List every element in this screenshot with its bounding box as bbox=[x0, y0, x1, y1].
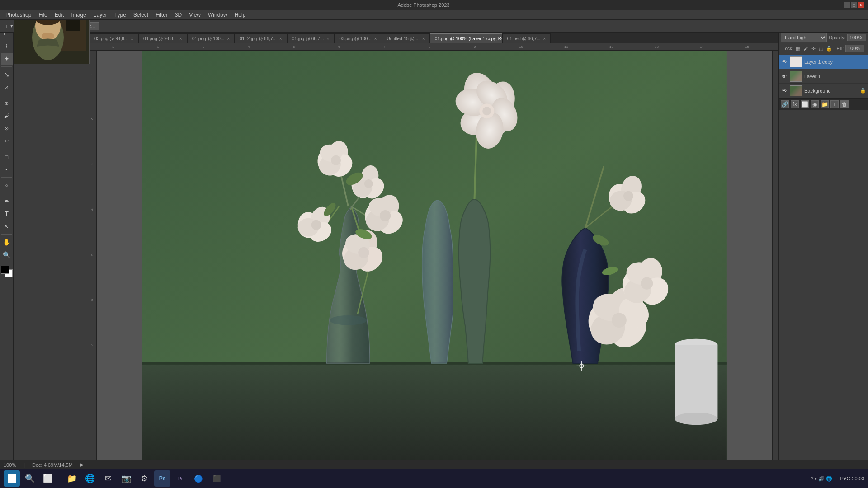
lock-position-icon[interactable]: ✛ bbox=[811, 45, 816, 52]
minimize-button[interactable]: − bbox=[844, 2, 850, 8]
color-swatches bbox=[1, 266, 13, 277]
menu-help[interactable]: Help bbox=[231, 11, 250, 19]
taskbar-browser[interactable]: 🌐 bbox=[82, 470, 98, 487]
tab-03png[interactable]: 03.png @ 94,8... × bbox=[90, 33, 138, 43]
lock-image-icon[interactable]: 🖌 bbox=[803, 45, 809, 52]
layer-visibility-background[interactable]: 👁 bbox=[781, 87, 788, 94]
svg-rect-27 bbox=[142, 363, 727, 462]
options-select-label: □ bbox=[4, 23, 7, 29]
svg-text:12: 12 bbox=[609, 45, 613, 49]
taskbar-settings[interactable]: ⚙ bbox=[136, 470, 152, 487]
layer-mask-button[interactable]: ⬜ bbox=[801, 100, 809, 108]
menu-edit[interactable]: Edit bbox=[51, 11, 68, 19]
layer-item-background[interactable]: 👁 Background 🔒 bbox=[779, 84, 868, 98]
svg-rect-114 bbox=[12, 474, 16, 479]
tool-gradient[interactable]: ▪ bbox=[1, 164, 13, 175]
svg-text:3: 3 bbox=[90, 163, 94, 165]
status-arrow[interactable]: ▶ bbox=[80, 462, 84, 468]
tab-untitled[interactable]: Untitled-15 @ ... × bbox=[382, 33, 430, 43]
tray-language[interactable]: РУС bbox=[840, 476, 850, 481]
layer-delete-button[interactable]: 🗑 bbox=[840, 100, 849, 108]
tool-brush[interactable]: 🖌 bbox=[1, 110, 13, 122]
taskbar-mail[interactable]: ✉ bbox=[100, 470, 116, 487]
tab-close-untitled[interactable]: × bbox=[422, 36, 425, 41]
menu-file[interactable]: File bbox=[35, 11, 51, 19]
tab-close-03png100[interactable]: × bbox=[374, 36, 377, 41]
layer-link-button[interactable]: 🔗 bbox=[781, 100, 789, 108]
taskbar-ps[interactable]: Ps bbox=[154, 470, 170, 487]
tool-path-select[interactable]: ↖ bbox=[1, 221, 13, 232]
menu-window[interactable]: Window bbox=[204, 11, 231, 19]
tool-history-brush[interactable]: ↩ bbox=[1, 135, 13, 147]
tool-pen[interactable]: ✒ bbox=[1, 195, 13, 207]
tab-close-01png100[interactable]: × bbox=[227, 36, 230, 41]
tab-close-03png[interactable]: × bbox=[131, 36, 133, 41]
layer-item-layer1copy[interactable]: 👁 Layer 1 copy bbox=[779, 55, 868, 69]
svg-text:7: 7 bbox=[383, 45, 386, 49]
taskbar-chrome[interactable]: 🔵 bbox=[190, 470, 207, 487]
tool-healing[interactable]: ⊕ bbox=[1, 97, 13, 109]
tool-sep-4 bbox=[1, 149, 12, 149]
taskbar-explorer[interactable]: 📁 bbox=[64, 470, 80, 487]
tool-hand[interactable]: ✋ bbox=[1, 236, 13, 248]
ruler-left: 1 2 3 4 5 6 7 bbox=[90, 51, 97, 469]
tool-magic-wand[interactable]: ✦ bbox=[1, 53, 13, 65]
blend-mode-select[interactable]: Hard Light Normal Multiply Screen Overla… bbox=[781, 33, 827, 42]
tool-text[interactable]: T bbox=[1, 208, 13, 220]
layer-visibility-layer1[interactable]: 👁 bbox=[781, 73, 788, 80]
taskbar-taskview[interactable]: ⬜ bbox=[40, 470, 56, 487]
taskbar-time: 20:03 bbox=[852, 476, 864, 481]
taskbar-search[interactable]: 🔍 bbox=[22, 470, 38, 487]
svg-text:11: 11 bbox=[564, 45, 568, 49]
layer-fx-button[interactable]: fx bbox=[791, 100, 799, 108]
tool-clone[interactable]: ⊙ bbox=[1, 122, 13, 134]
lock-artboard-icon[interactable]: ⬚ bbox=[818, 45, 824, 52]
layer-new-button[interactable]: + bbox=[830, 100, 839, 108]
menu-3d[interactable]: 3D bbox=[171, 11, 185, 19]
menu-view[interactable]: View bbox=[185, 11, 204, 19]
svg-text:2: 2 bbox=[157, 45, 160, 49]
menu-select[interactable]: Select bbox=[130, 11, 152, 19]
close-button[interactable]: × bbox=[858, 2, 864, 8]
layer-fill-button[interactable]: ◉ bbox=[811, 100, 819, 108]
tab-close-01psd[interactable]: × bbox=[543, 36, 546, 41]
tab-close-012jpg[interactable]: × bbox=[279, 36, 282, 41]
layer-group-button[interactable]: 📁 bbox=[821, 100, 829, 108]
tool-zoom[interactable]: 🔍 bbox=[1, 249, 13, 261]
tab-close-04png[interactable]: × bbox=[179, 36, 182, 41]
menu-type[interactable]: Type bbox=[111, 11, 130, 19]
tool-lasso[interactable]: ⌇ bbox=[1, 40, 13, 52]
tab-close-01jpg[interactable]: × bbox=[327, 36, 330, 41]
menu-filter[interactable]: Filter bbox=[152, 11, 171, 19]
taskbar-premiere[interactable]: Pr bbox=[172, 470, 189, 487]
tab-01png-100[interactable]: 01.png @ 100... × bbox=[187, 33, 235, 43]
layer-item-layer1[interactable]: 👁 Layer 1 bbox=[779, 69, 868, 84]
svg-text:4: 4 bbox=[90, 208, 94, 211]
opacity-input[interactable] bbox=[847, 34, 866, 41]
svg-rect-0 bbox=[90, 43, 778, 51]
tab-03png-100[interactable]: 03.png @ 100... × bbox=[334, 33, 382, 43]
tab-01jpg[interactable]: 01.jpg @ 66,7... × bbox=[287, 33, 335, 43]
menu-photoshop[interactable]: Photoshop bbox=[2, 11, 35, 19]
tool-eraser[interactable]: ◻ bbox=[1, 151, 13, 163]
tool-eyedropper[interactable]: ⊿ bbox=[1, 81, 13, 93]
tab-01psd[interactable]: 01.psd @ 66,7... × bbox=[502, 33, 551, 43]
lock-all-icon[interactable]: 🔒 bbox=[826, 45, 833, 52]
tool-dodge[interactable]: ○ bbox=[1, 179, 13, 191]
menu-image[interactable]: Image bbox=[67, 11, 90, 19]
tab-04png[interactable]: 04.png @ 94,8... × bbox=[138, 33, 187, 43]
maximize-button[interactable]: □ bbox=[851, 2, 857, 8]
layer-visibility-layer1copy[interactable]: 👁 bbox=[781, 58, 788, 66]
taskbar-photos[interactable]: 📷 bbox=[118, 470, 134, 487]
taskbar-terminal[interactable]: ⬛ bbox=[208, 470, 225, 487]
tray-icons: ^ ♦ 🔊 🌐 bbox=[811, 476, 832, 482]
lock-transparent-icon[interactable]: ▦ bbox=[795, 45, 801, 52]
tool-crop[interactable]: ⤡ bbox=[1, 69, 13, 80]
taskbar-start[interactable] bbox=[4, 470, 20, 487]
tab-012jpg[interactable]: 01_2.jpg @ 66,7... × bbox=[235, 33, 287, 43]
foreground-color[interactable] bbox=[1, 266, 9, 274]
menu-layer[interactable]: Layer bbox=[90, 11, 111, 19]
svg-text:14: 14 bbox=[700, 45, 704, 49]
tab-01png-active[interactable]: 01.png @ 100% (Layer 1 copy, RGB/16) × bbox=[430, 33, 502, 43]
fill-input[interactable] bbox=[845, 45, 864, 52]
